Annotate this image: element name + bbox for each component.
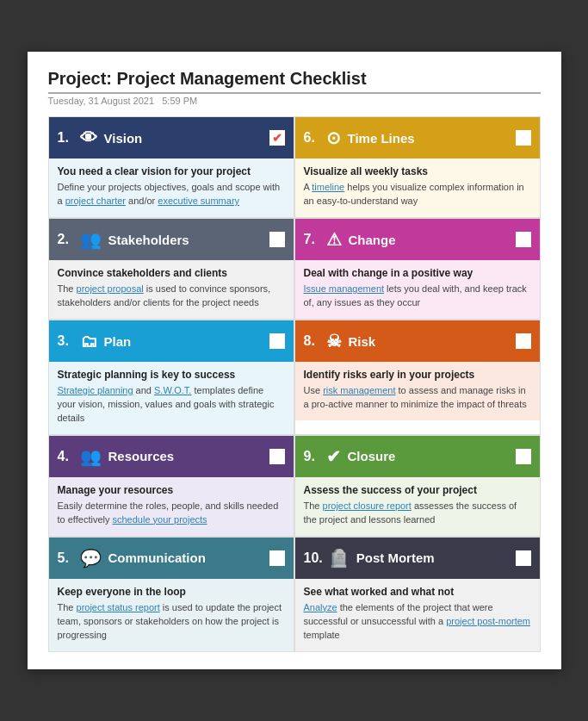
section-checkbox[interactable] (516, 333, 531, 349)
section-number: 2. (58, 232, 75, 247)
section-icon: ✔ (326, 446, 341, 467)
section-description: Use risk management to assess and manage… (304, 384, 531, 412)
section-description: Strategic planning and S.W.O.T. template… (58, 384, 285, 426)
section-number: 7. (304, 232, 321, 247)
section-description: The project closure report assesses the … (304, 500, 531, 527)
section-icon: ☠ (326, 331, 342, 351)
section-body: Strategic planning is key to successStra… (49, 362, 294, 434)
section-link[interactable]: project status report (77, 602, 160, 612)
section-checkbox[interactable] (269, 449, 285, 464)
section-body: Convince stakeholders and clientsThe pro… (49, 260, 294, 319)
section-number: 9. (304, 449, 321, 464)
section-checkbox[interactable] (269, 333, 285, 349)
section-header: 4.👥Resources (49, 436, 294, 477)
section-icon: 💬 (80, 548, 102, 569)
section-link[interactable]: project closure report (323, 500, 412, 511)
section-description: The project status report is used to upd… (58, 601, 285, 643)
section-body: Keep everyone in the loopThe project sta… (49, 579, 294, 651)
section-cell: 2.👥StakeholdersConvince stakeholders and… (48, 218, 294, 320)
section-heading: Keep everyone in the loop (58, 586, 285, 598)
section-header: 7.⚠Change (295, 219, 540, 260)
section-link[interactable]: project post-mortem (446, 616, 530, 626)
section-link[interactable]: executive summary (158, 196, 239, 206)
section-icon: 👥 (80, 446, 102, 467)
section-cell: 8.☠RiskIdentify risks early in your proj… (294, 320, 541, 435)
section-label: Time Lines (348, 131, 509, 146)
section-link[interactable]: project proposal (77, 283, 144, 294)
section-heading: Assess the success of your project (304, 484, 531, 496)
section-label: Change (349, 233, 509, 247)
section-checkbox[interactable] (516, 550, 531, 566)
section-label: Post Mortem (356, 550, 509, 565)
section-description: The project proposal is used to convince… (58, 283, 285, 310)
section-body: Deal with change in a positive wayIssue … (295, 260, 540, 319)
section-cell: 9.✔ClosureAssess the success of your pro… (294, 435, 541, 537)
section-checkbox[interactable] (516, 130, 531, 146)
section-heading: Visualize all weekly tasks (304, 165, 531, 177)
section-icon: 👥 (80, 229, 102, 250)
section-description: Define your projects objectives, goals a… (58, 181, 285, 208)
section-cell: 7.⚠ChangeDeal with change in a positive … (294, 218, 541, 320)
section-cell: 4.👥ResourcesManage your resourcesEasily … (48, 435, 294, 537)
section-icon: ⚠ (326, 229, 342, 250)
section-header: 10.🪦Post Mortem (295, 538, 540, 579)
section-checkbox[interactable]: ✔ (269, 130, 285, 146)
section-label: Closure (348, 449, 509, 463)
section-label: Stakeholders (108, 233, 263, 247)
section-icon: 🪦 (328, 548, 350, 569)
section-label: Vision (104, 131, 263, 146)
section-label: Plan (104, 334, 263, 349)
section-heading: Convince stakeholders and clients (58, 267, 285, 279)
section-heading: You need a clear vision for your project (58, 165, 285, 177)
section-heading: See what worked and what not (304, 586, 531, 598)
section-label: Resources (108, 449, 263, 463)
section-icon: 🗂 (80, 332, 97, 351)
section-number: 4. (58, 449, 75, 464)
section-label: Risk (349, 334, 509, 349)
page-title: Project: Project Management Checklist (48, 69, 541, 94)
page-meta: Tuesday, 31 August 2021 5:59 PM (48, 96, 541, 106)
section-heading: Manage your resources (58, 484, 285, 496)
section-cell: 10.🪦Post MortemSee what worked and what … (294, 537, 541, 652)
section-link[interactable]: Issue management (304, 283, 385, 294)
section-link[interactable]: risk management (323, 385, 395, 395)
section-link[interactable]: timeline (312, 182, 344, 192)
section-number: 10. (304, 550, 323, 566)
section-checkbox[interactable] (269, 232, 285, 247)
section-cell: 6.⊙Time LinesVisualize all weekly tasksA… (294, 116, 541, 218)
section-description: Easily determine the roles, people, and … (58, 500, 285, 527)
section-description: Issue management lets you deal with, and… (304, 283, 531, 310)
section-checkbox[interactable] (516, 449, 531, 464)
section-body: You need a clear vision for your project… (49, 158, 294, 217)
section-description: A timeline helps you visualize complex i… (304, 181, 531, 208)
section-header: 1.👁Vision✔ (49, 117, 294, 158)
section-body: Visualize all weekly tasksA timeline hel… (295, 158, 540, 217)
page-container: Project: Project Management Checklist Tu… (28, 52, 561, 668)
section-link[interactable]: Analyze (304, 602, 337, 612)
section-label: Communication (108, 550, 263, 565)
section-number: 6. (304, 130, 321, 146)
section-header: 6.⊙Time Lines (295, 117, 540, 158)
section-link[interactable]: project charter (65, 196, 126, 206)
section-number: 5. (58, 550, 75, 566)
section-link[interactable]: S.W.O.T. (154, 385, 191, 395)
section-header: 9.✔Closure (295, 436, 540, 477)
section-heading: Strategic planning is key to success (58, 369, 285, 381)
section-icon: 👁 (80, 128, 97, 148)
section-link[interactable]: schedule your projects (113, 514, 207, 525)
section-number: 3. (58, 333, 75, 349)
section-body: Manage your resourcesEasily determine th… (49, 477, 294, 536)
section-heading: Deal with change in a positive way (304, 267, 531, 279)
section-header: 3.🗂Plan (49, 320, 294, 362)
section-number: 1. (58, 130, 75, 146)
section-link[interactable]: Strategic planning (58, 385, 133, 395)
section-cell: 1.👁Vision✔You need a clear vision for yo… (48, 116, 294, 218)
section-checkbox[interactable] (269, 550, 285, 566)
checklist-grid: 1.👁Vision✔You need a clear vision for yo… (48, 116, 541, 651)
section-description: Analyze the elements of the project that… (304, 601, 531, 643)
section-header: 5.💬Communication (49, 538, 294, 579)
section-checkbox[interactable] (516, 232, 531, 247)
section-number: 8. (304, 333, 321, 349)
section-cell: 5.💬CommunicationKeep everyone in the loo… (48, 537, 294, 652)
section-header: 2.👥Stakeholders (49, 219, 294, 260)
